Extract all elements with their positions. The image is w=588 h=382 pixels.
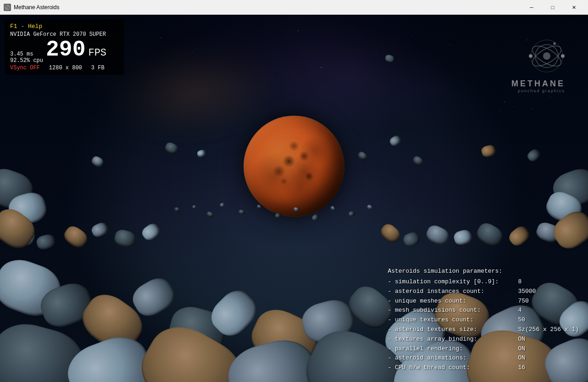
- svg-point-37: [561, 54, 565, 58]
- stats-value-7: ON: [518, 344, 525, 354]
- svg-point-36: [543, 52, 550, 60]
- fps-left-col: 3.45 ms 92.52% cpu: [10, 51, 43, 64]
- stats-value-3: 4: [518, 306, 521, 315]
- app-icon: [4, 4, 11, 11]
- planet: [244, 116, 344, 217]
- fps-gpu-name: NVIDIA GeForce RTX 2070 SUPER: [10, 31, 118, 38]
- fps-resolution: 1280 x 800: [49, 65, 82, 71]
- methane-logo-svg: [528, 38, 565, 74]
- stats-row-4: - unique textures count:50: [388, 315, 579, 325]
- stats-label-6: - textures array binding:: [388, 335, 516, 344]
- stats-label-2: - unique meshes count:: [388, 297, 516, 306]
- svg-point-0: [5, 5, 10, 10]
- stats-label-5: - asteroid textures size:: [388, 325, 516, 335]
- game-viewport: METHANE punched graphics F1 - Help NVIDI…: [0, 15, 588, 382]
- stats-label-4: - unique textures count:: [388, 315, 516, 325]
- stats-row-7: - parallel rendering:ON: [388, 344, 579, 354]
- stats-row-1: - asteroid instances count:35000: [388, 287, 579, 297]
- stats-label-7: - parallel rendering:: [388, 344, 516, 354]
- stats-row-8: - asteroid animations:ON: [388, 354, 579, 363]
- stats-row-2: - unique meshes count:750: [388, 297, 579, 306]
- stats-value-6: ON: [518, 335, 525, 344]
- methane-brand-sub: punched graphics: [511, 89, 565, 93]
- window-title: Methane Asteroids: [14, 4, 521, 11]
- stats-value-9: 16: [518, 363, 525, 373]
- stats-label-1: - asteroid instances count:: [388, 287, 516, 297]
- window-controls: ─ □ ✕: [521, 0, 584, 15]
- stats-row-3: - mesh subdivisions count:4: [388, 306, 579, 315]
- stats-title: Asteroids simulation parameters:: [388, 267, 579, 276]
- fps-vsync-label: VSync OFF: [10, 65, 40, 71]
- fps-unit: FPS: [88, 47, 106, 59]
- fps-help-label: F1 - Help: [10, 23, 118, 30]
- fps-fb-label: 3 FB: [91, 65, 105, 71]
- stats-label-8: - asteroid animations:: [388, 354, 516, 363]
- fps-ms-value: 3.45 ms: [10, 51, 43, 57]
- stats-row-0: - simulation complexity [0..9]:8: [388, 277, 579, 287]
- stats-value-5: Sz(256 x 256 x 1): [518, 325, 579, 335]
- stats-row-6: - textures array binding:ON: [388, 335, 579, 344]
- stats-value-4: 50: [518, 315, 525, 325]
- fps-overlay: F1 - Help NVIDIA GeForce RTX 2070 SUPER …: [5, 19, 124, 75]
- fps-bottom-row: VSync OFF 1280 x 800 3 FB: [10, 65, 118, 71]
- stats-value-1: 35000: [518, 287, 536, 297]
- stats-value-8: ON: [518, 354, 525, 363]
- fps-number: 290: [46, 39, 85, 61]
- titlebar: Methane Asteroids ─ □ ✕: [0, 0, 588, 15]
- stats-row-9: - CPU h/w thread count:16: [388, 363, 579, 373]
- stats-overlay: Asteroids simulation parameters: - simul…: [388, 267, 579, 373]
- stats-value-2: 750: [518, 297, 528, 306]
- methane-logo: METHANE punched graphics: [511, 38, 565, 93]
- stats-value-0: 8: [518, 277, 521, 287]
- fps-number-group: 290 FPS: [46, 39, 106, 61]
- svg-point-1: [6, 6, 7, 7]
- svg-point-2: [7, 7, 9, 9]
- stats-label-3: - mesh subdivisions count:: [388, 306, 516, 315]
- methane-brand-text: METHANE: [511, 79, 565, 89]
- fps-cpu-value: 92.52% cpu: [10, 57, 43, 64]
- close-button[interactable]: ✕: [563, 0, 584, 15]
- fps-main-row: 3.45 ms 92.52% cpu 290 FPS: [10, 39, 118, 64]
- stats-row-5: - asteroid textures size:Sz(256 x 256 x …: [388, 325, 579, 335]
- svg-point-39: [553, 42, 556, 45]
- stats-label-0: - simulation complexity [0..9]:: [388, 277, 516, 287]
- svg-point-38: [529, 54, 533, 58]
- minimize-button[interactable]: ─: [521, 0, 542, 15]
- maximize-button[interactable]: □: [542, 0, 563, 15]
- stats-label-9: - CPU h/w thread count:: [388, 363, 516, 373]
